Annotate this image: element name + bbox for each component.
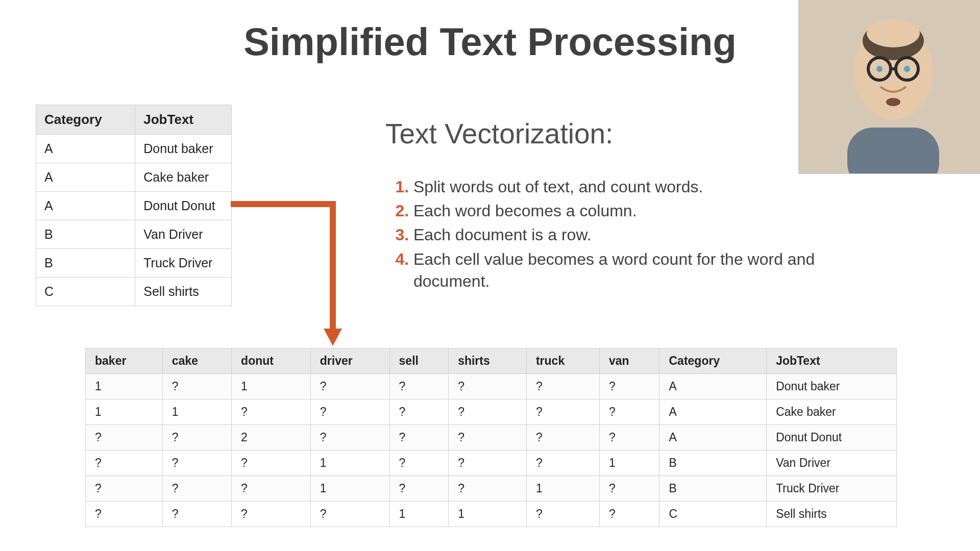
cell: ? (389, 374, 449, 399)
col-header: donut (232, 348, 311, 374)
cell: A (36, 135, 135, 163)
cell: Cake baker (767, 399, 897, 425)
cell: ? (526, 374, 599, 399)
col-header-jobtext: JobText (135, 105, 232, 135)
table-row: baker cake donut driver sell shirts truc… (86, 348, 897, 374)
cell: ? (232, 476, 311, 502)
cell: Donut Donut (767, 425, 897, 450)
cell: ? (449, 476, 527, 502)
svg-point-9 (904, 66, 910, 72)
cell: ? (449, 374, 527, 399)
cell: 1 (86, 374, 163, 399)
svg-rect-2 (847, 128, 939, 173)
cell: ? (310, 399, 389, 425)
cell: Truck Driver (135, 249, 232, 278)
cell: 1 (526, 476, 599, 502)
col-header: Category (659, 348, 767, 374)
cell: ? (86, 425, 163, 450)
table-row: ? ? 2 ? ? ? ? ? A Donut Donut (86, 425, 897, 450)
table-row: ? ? ? 1 ? ? ? 1 B Van Driver (86, 450, 897, 476)
steps-list: Split words out of text, and count words… (388, 176, 873, 294)
cell: 1 (86, 399, 163, 425)
cell: ? (599, 425, 659, 450)
cell: Sell shirts (767, 502, 897, 527)
cell: ? (389, 425, 449, 450)
presenter-webcam (798, 0, 980, 174)
svg-point-8 (876, 66, 883, 72)
cell: ? (162, 450, 231, 476)
presenter-icon (799, 0, 980, 173)
table-row: Category JobText (36, 105, 232, 135)
table-row: C Sell shirts (36, 278, 232, 306)
cell: B (36, 249, 135, 278)
cell: 1 (162, 399, 231, 425)
table-row: A Donut Donut (36, 192, 232, 220)
list-item: Each document is a row. (413, 224, 873, 246)
cell: 1 (599, 450, 659, 476)
table-row: A Cake baker (36, 163, 232, 192)
cell: ? (389, 450, 449, 476)
cell: Sell shirts (135, 278, 232, 306)
col-header-category: Category (36, 105, 135, 135)
cell: ? (449, 425, 527, 450)
table-row: B Truck Driver (36, 249, 232, 278)
col-header: shirts (449, 348, 527, 374)
section-heading: Text Vectorization: (385, 117, 613, 150)
cell: A (36, 163, 135, 192)
cell: 1 (310, 476, 389, 502)
cell: A (659, 425, 767, 450)
cell: C (36, 278, 135, 306)
result-table: baker cake donut driver sell shirts truc… (85, 348, 897, 527)
cell: ? (526, 399, 599, 425)
cell: ? (526, 450, 599, 476)
cell: 1 (389, 502, 449, 527)
cell: ? (232, 502, 311, 527)
cell: ? (86, 502, 163, 527)
cell: A (659, 374, 767, 399)
cell: ? (162, 476, 231, 502)
col-header: sell (389, 348, 449, 374)
cell: ? (162, 502, 231, 527)
svg-point-4 (867, 19, 920, 47)
cell: B (659, 476, 767, 502)
cell: B (659, 450, 767, 476)
cell: Van Driver (767, 450, 897, 476)
cell: ? (599, 399, 659, 425)
list-item: Each cell value becomes a word count for… (413, 248, 873, 292)
cell: Cake baker (135, 163, 232, 192)
cell: ? (310, 502, 389, 527)
table-row: B Van Driver (36, 220, 232, 249)
cell: Van Driver (135, 220, 232, 249)
cell: 2 (232, 425, 311, 450)
cell: Truck Driver (767, 476, 897, 502)
cell: ? (599, 476, 659, 502)
cell: Donut Donut (135, 192, 232, 220)
list-item: Each word becomes a column. (413, 200, 873, 222)
col-header: truck (526, 348, 599, 374)
cell: 1 (232, 374, 311, 399)
table-row: 1 ? 1 ? ? ? ? ? A Donut baker (86, 374, 897, 399)
cell: ? (86, 476, 163, 502)
cell: ? (232, 399, 311, 425)
cell: 1 (449, 502, 527, 527)
col-header: driver (310, 348, 389, 374)
source-table: Category JobText A Donut baker A Cake ba… (36, 105, 232, 306)
svg-marker-11 (324, 329, 342, 346)
cell: C (659, 502, 767, 527)
cell: Donut baker (135, 135, 232, 163)
table-row: ? ? ? ? 1 1 ? ? C Sell shirts (86, 502, 897, 527)
col-header: baker (86, 348, 163, 374)
col-header: JobText (767, 348, 897, 374)
cell: ? (389, 476, 449, 502)
table-row: 1 1 ? ? ? ? ? ? A Cake baker (86, 399, 897, 425)
table-row: ? ? ? 1 ? ? 1 ? B Truck Driver (86, 476, 897, 502)
cell: ? (599, 374, 659, 399)
cell: ? (449, 450, 527, 476)
cell: ? (526, 425, 599, 450)
cell: ? (389, 399, 449, 425)
cell: ? (526, 502, 599, 527)
cell: ? (310, 425, 389, 450)
cell: Donut baker (767, 374, 897, 399)
slide: Simplified Text Processing Category JobT… (0, 0, 980, 551)
cell: ? (162, 425, 231, 450)
